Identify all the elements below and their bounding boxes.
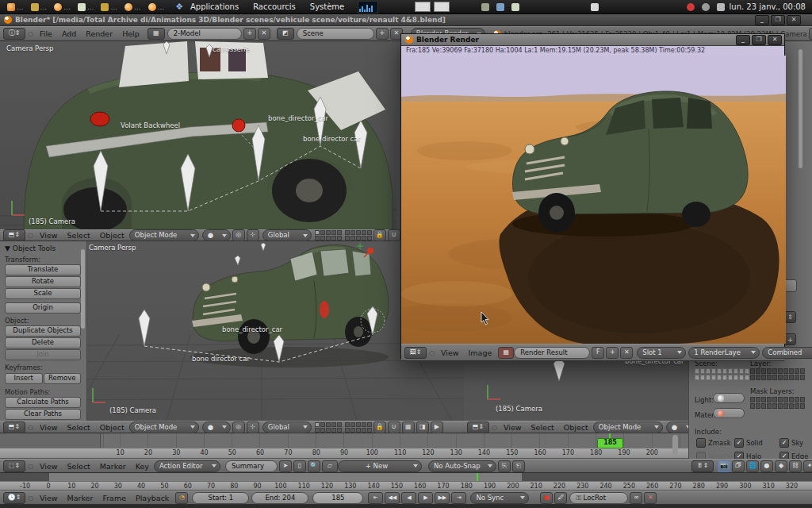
record-icon[interactable]: ● (540, 492, 553, 504)
menu-systeme[interactable]: Système (310, 2, 344, 11)
mode-select[interactable]: Object Mode (129, 421, 199, 433)
play-reverse-button[interactable]: ◀ (401, 492, 416, 504)
delete-keyframe-icon[interactable]: ✕ (644, 492, 657, 504)
scale-button[interactable]: Scale (5, 288, 81, 299)
collapse-menus-icon[interactable]: ○ (28, 495, 33, 502)
clear-paths-button[interactable]: Clear Paths (5, 409, 81, 420)
menu-raccourcis[interactable]: Raccourcis (253, 2, 296, 11)
minimize-button[interactable]: _ (755, 15, 769, 25)
viewport-shading-select[interactable]: ● (202, 229, 231, 241)
zmask-checkbox[interactable]: Zmask (696, 438, 731, 448)
render-layers-widget[interactable] (750, 368, 777, 380)
panel-title[interactable]: ▼ Object Tools (5, 244, 81, 252)
menu-item[interactable]: Render (86, 29, 113, 38)
layers-widget[interactable] (315, 230, 342, 241)
document-icon[interactable] (31, 3, 39, 11)
tab-object-icon[interactable]: ◆ (775, 460, 787, 472)
menu-item[interactable]: Object (100, 231, 124, 240)
layers-widget[interactable] (345, 422, 372, 433)
start-frame-field[interactable]: Start: 1 (192, 492, 249, 504)
menu-item[interactable]: Marker (67, 494, 94, 502)
insert-keyframe-button[interactable]: Insert (5, 373, 43, 384)
blender-task-icon[interactable] (54, 3, 62, 11)
menu-item[interactable]: View (40, 231, 58, 240)
tab-render-icon[interactable]: 📷 (718, 460, 730, 472)
play-button[interactable]: ▶ (418, 492, 433, 504)
action-icon[interactable]: ▱ (322, 460, 338, 472)
pivot-point-icon[interactable]: ◎ (232, 421, 245, 433)
light-override-field[interactable] (713, 393, 745, 403)
timeline-ruler[interactable]: -100102030405060708090100110120130140150… (0, 481, 812, 491)
menu-item[interactable]: Marker (100, 462, 126, 471)
menu-item[interactable]: Image (469, 348, 492, 357)
scrollbar[interactable] (672, 435, 678, 456)
collapse-menus-icon[interactable]: ○ (28, 463, 33, 470)
menu-item[interactable]: Playback (136, 494, 169, 502)
tab-constraints-icon[interactable]: ⛓ (789, 460, 802, 472)
collapse-menus-icon[interactable]: ○ (492, 424, 497, 431)
value-stepper[interactable]: ⇕ (784, 311, 796, 323)
notes-icon[interactable] (78, 3, 86, 11)
delete-button[interactable]: Delete (5, 337, 81, 348)
menu-item[interactable]: Object (564, 423, 588, 432)
dope-sheet-canvas[interactable] (0, 433, 688, 448)
edge-checkbox[interactable]: ✓Edge (779, 452, 808, 459)
editor-type-icon[interactable]: ⓘ⇕ (3, 28, 25, 40)
sync-select[interactable]: No Sync (470, 492, 529, 504)
tray-notes-icon[interactable] (511, 3, 519, 11)
join-button[interactable]: Join (5, 349, 81, 360)
scrollbar[interactable] (799, 49, 802, 168)
negate-checkbox[interactable]: Negate (696, 452, 733, 459)
jump-to-start-button[interactable]: ⇤ (368, 492, 383, 504)
taskbar-window-thumbnail[interactable] (415, 2, 431, 12)
editor-type-icon[interactable]: 🖽⇕ (404, 347, 427, 359)
keying-icon[interactable]: 🖉 (554, 492, 567, 504)
menu-item[interactable]: Key (136, 462, 149, 471)
material-override-field[interactable] (713, 408, 745, 418)
add-layout-button[interactable]: + (243, 28, 256, 40)
editor-mode-select[interactable]: Action Editor (154, 460, 220, 472)
scene-icon[interactable]: ◩ (277, 28, 294, 40)
delete-layout-button[interactable]: ✕ (258, 28, 270, 40)
translate-button[interactable]: Translate (5, 264, 81, 275)
paste-keyframes-icon[interactable]: ⎗ (512, 460, 525, 472)
end-frame-field[interactable]: End: 204 (251, 492, 308, 504)
dope-ruler[interactable]: 1020304050607080901001101201301401501601… (0, 448, 688, 459)
rendered-image[interactable] (401, 56, 786, 344)
tray-app-icon[interactable] (481, 3, 489, 11)
calculate-paths-button[interactable]: Calculate Paths (5, 397, 81, 408)
prev-keyframe-button[interactable]: ◀◀ (385, 492, 400, 504)
render-layers-widget[interactable] (778, 368, 805, 380)
menu-item[interactable]: Select (531, 423, 554, 432)
render-anim-icon[interactable]: ▶ (431, 421, 443, 433)
editor-type-icon[interactable]: ⬒⇕ (467, 421, 489, 433)
menu-item[interactable]: View (504, 423, 522, 432)
menu-item[interactable]: View (40, 423, 58, 432)
add-icon[interactable]: + (784, 333, 796, 345)
jump-to-end-button[interactable]: ⇥ (451, 492, 466, 504)
slot-select[interactable]: Slot 1 (637, 347, 686, 359)
origin-button[interactable]: Origin (5, 302, 81, 314)
insert-keyframe-icon[interactable]: ∞ (630, 492, 642, 504)
preview-range-icon[interactable]: ◔ (175, 492, 188, 504)
layers-widget[interactable] (345, 230, 372, 241)
menu-item[interactable]: Help (122, 29, 140, 38)
scrollbar[interactable] (81, 249, 85, 329)
menu-applications[interactable]: Applications (190, 2, 239, 11)
rotate-button[interactable]: Rotate (5, 276, 81, 287)
remove-keyframe-button[interactable]: Remove (44, 373, 82, 384)
window-popup-icon[interactable]: ❏ (809, 28, 812, 40)
menu-item[interactable]: View (40, 494, 58, 502)
menu-item[interactable]: Select (67, 423, 90, 432)
menu-item[interactable]: View (40, 462, 58, 471)
halo-checkbox[interactable]: ✓Halo (734, 452, 761, 459)
notification-icon[interactable] (687, 3, 695, 11)
menu-item[interactable]: View (441, 348, 459, 357)
menu-item[interactable]: Add (62, 29, 76, 38)
layers-widget[interactable] (315, 422, 342, 433)
mode-select[interactable]: Object Mode (593, 421, 663, 433)
unlink-image-button[interactable]: ✕ (620, 347, 633, 359)
add-image-button[interactable]: + (606, 347, 619, 359)
system-monitor-applet[interactable] (358, 1, 378, 13)
window-title-bar[interactable]: Blender* [/media/Total Archive di/Animat… (0, 14, 812, 26)
